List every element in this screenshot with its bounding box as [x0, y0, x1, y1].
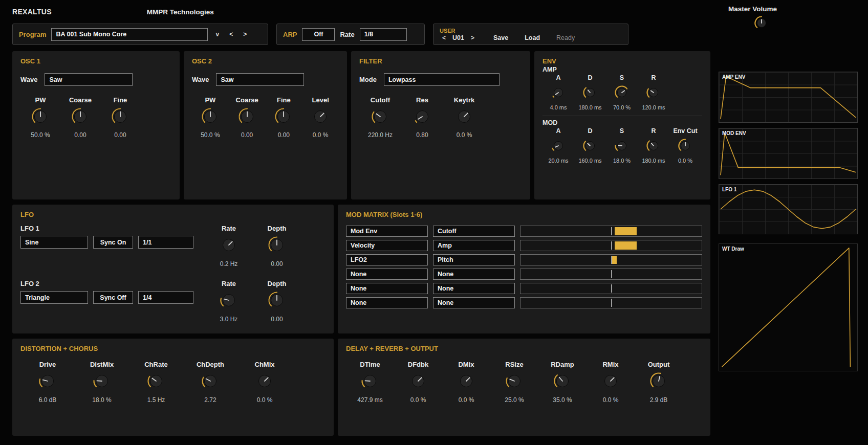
lfo1-rate-knob[interactable]	[214, 236, 244, 254]
param-knob[interactable]	[401, 107, 443, 126]
mod-amount-slider[interactable]	[520, 283, 702, 294]
mod-amount-center-marker	[611, 227, 612, 235]
param-knob[interactable]	[443, 107, 485, 126]
param-knob[interactable]	[442, 372, 490, 390]
mod-dest-select[interactable]: None	[433, 283, 515, 294]
mod-source-select[interactable]: None	[346, 297, 428, 308]
param-value: 0.0 %	[669, 158, 701, 164]
mod-env-knobs: A20.0 msD160.0 msS18.0 %R180.0 msEnv Cut…	[542, 127, 702, 164]
lfo1-division-select[interactable]: 1/1	[138, 236, 193, 249]
scope-title: WT Draw	[722, 246, 744, 252]
param-keytrk: Keytrk0.0 %	[443, 96, 485, 139]
mod-amount-slider[interactable]	[520, 254, 702, 265]
mod-matrix-slot: LFO2Pitch	[346, 254, 702, 265]
lfo2-rate-label: Rate	[214, 280, 244, 287]
mod-amount-slider[interactable]	[520, 269, 702, 280]
param-knob[interactable]	[192, 107, 229, 126]
lfo2-depth-knob[interactable]	[262, 291, 292, 309]
mod-source-select[interactable]: Mod Env	[346, 226, 428, 237]
param-knob[interactable]	[606, 138, 638, 153]
param-knob[interactable]	[587, 372, 635, 390]
param-knob[interactable]	[638, 138, 669, 153]
param-value: 25.0 %	[490, 396, 538, 404]
param-value: 0.00	[229, 131, 266, 139]
knob-graphic	[455, 107, 473, 126]
mod-amount-slider[interactable]	[520, 226, 702, 237]
user-slot-prev-button[interactable]: <	[440, 34, 448, 41]
distortion-chorus-knobs: Drive6.0 dBDistMix18.0 %ChRate1.5 HzChDe…	[20, 361, 326, 404]
lfo2-sync-toggle[interactable]: Sync Off	[93, 291, 133, 304]
knob-graphic	[274, 107, 293, 126]
mod-amount-slider[interactable]	[520, 297, 702, 308]
knob-graphic	[409, 372, 427, 390]
mod-source-select[interactable]: None	[346, 269, 428, 280]
mod-dest-select[interactable]: Amp	[433, 240, 515, 251]
param-knob[interactable]	[635, 372, 683, 390]
mod-dest-select[interactable]: None	[433, 297, 515, 308]
param-knob[interactable]	[266, 107, 302, 126]
param-knob[interactable]	[574, 138, 606, 153]
param-knob[interactable]	[60, 107, 100, 126]
mod-source-select[interactable]: LFO2	[346, 254, 428, 265]
param-knob[interactable]	[638, 85, 669, 100]
param-knob[interactable]	[359, 107, 401, 126]
lfo2-rate-param: Rate 3.0 Hz	[214, 280, 244, 323]
program-name-field[interactable]: BA 001 Sub Mono Core	[51, 28, 208, 41]
user-slot-next-button[interactable]: >	[468, 34, 477, 41]
lfo1-wave-select[interactable]: Sine	[20, 236, 88, 249]
scope-title: MOD ENV	[722, 130, 746, 136]
param-knob[interactable]	[542, 138, 574, 153]
lfo2-division-select[interactable]: 1/4	[138, 291, 193, 304]
mod-env-scope: MOD ENV	[719, 128, 858, 179]
amp-env-scope: AMP ENV	[719, 72, 858, 123]
lfo2-wave-select[interactable]: Triangle	[20, 291, 88, 304]
param-knob[interactable]	[606, 85, 638, 100]
param-label: PW	[192, 96, 229, 104]
param-knob[interactable]	[346, 372, 394, 390]
program-section: Program BA 001 Sub Mono Core v < >	[12, 24, 268, 45]
param-knob[interactable]	[394, 372, 442, 390]
mod-amount-slider[interactable]	[520, 240, 702, 251]
param-value: 0.0 %	[302, 131, 339, 139]
param-fine: Fine0.00	[100, 96, 140, 139]
param-chmix: ChMix0.0 %	[237, 361, 292, 404]
param-knob[interactable]	[183, 372, 237, 390]
mod-source-select[interactable]: Velocity	[346, 240, 428, 251]
param-knob[interactable]	[490, 372, 538, 390]
master-volume-knob[interactable]	[747, 15, 777, 31]
arp-on-off-button[interactable]: Off	[302, 28, 335, 41]
param-knob[interactable]	[669, 138, 701, 153]
param-knob[interactable]	[542, 85, 574, 100]
param-knob[interactable]	[20, 372, 75, 390]
param-knob[interactable]	[237, 372, 292, 390]
mod-dest-select[interactable]: Cutoff	[433, 226, 515, 237]
arp-rate-field[interactable]: 1/8	[360, 28, 407, 41]
param-knob[interactable]	[574, 85, 606, 100]
param-knob[interactable]	[20, 107, 60, 126]
load-button[interactable]: Load	[525, 34, 540, 41]
save-button[interactable]: Save	[493, 34, 508, 41]
program-next-button[interactable]: >	[241, 31, 249, 38]
mod-amount-center-marker	[611, 241, 612, 250]
lfo2-rate-knob[interactable]	[214, 291, 244, 309]
param-knob[interactable]	[229, 107, 266, 126]
param-knob[interactable]	[75, 372, 129, 390]
mod-source-select[interactable]: None	[346, 283, 428, 294]
param-knob[interactable]	[538, 372, 587, 390]
mod-matrix-slot: Mod EnvCutoff	[346, 226, 702, 237]
program-dropdown-button[interactable]: v	[213, 31, 222, 38]
osc2-panel: OSC 2 Wave Saw PW50.0 %Coarse0.00Fine0.0…	[184, 51, 347, 199]
param-knob[interactable]	[100, 107, 140, 126]
param-knob[interactable]	[129, 372, 183, 390]
param-knob[interactable]	[302, 107, 339, 126]
osc1-wave-select[interactable]: Saw	[45, 73, 133, 86]
mod-dest-select[interactable]: Pitch	[433, 254, 515, 265]
wavetable-draw-area[interactable]: WT Draw	[719, 243, 858, 371]
knob-graphic	[38, 372, 57, 390]
osc2-wave-select[interactable]: Saw	[216, 73, 304, 86]
filter-mode-select[interactable]: Lowpass	[384, 73, 500, 86]
program-prev-button[interactable]: <	[227, 31, 235, 38]
lfo1-sync-toggle[interactable]: Sync On	[93, 236, 133, 249]
mod-dest-select[interactable]: None	[433, 269, 515, 280]
lfo1-depth-knob[interactable]	[262, 236, 292, 254]
